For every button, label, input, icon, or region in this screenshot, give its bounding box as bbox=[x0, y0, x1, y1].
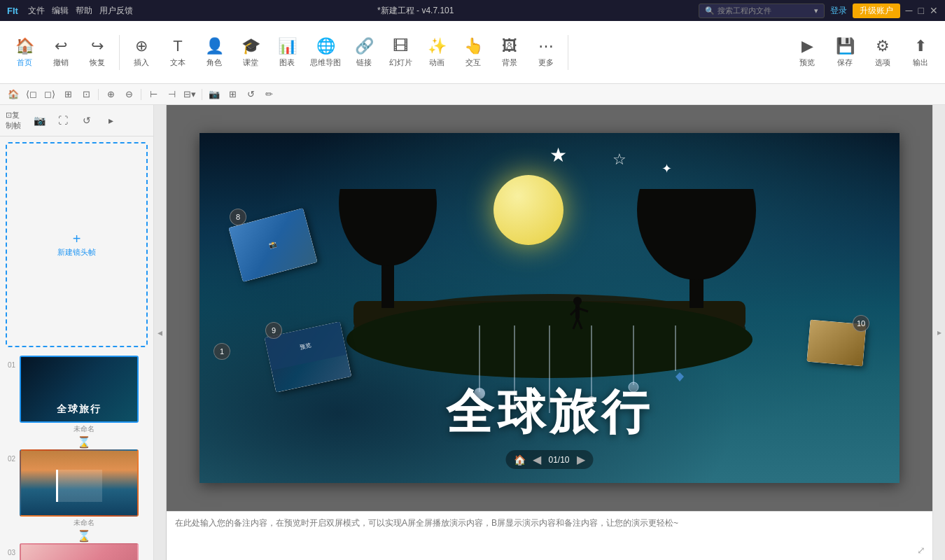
search-placeholder: 搜索工程内文件 bbox=[718, 6, 771, 16]
icon-align-left[interactable]: ⊢ bbox=[146, 87, 161, 102]
slide-num-01: 01 bbox=[6, 361, 15, 369]
icon-edit[interactable]: ✏ bbox=[261, 87, 276, 102]
badge-9: 9 bbox=[265, 322, 282, 339]
nav-prev-button[interactable]: ◀ bbox=[533, 453, 541, 466]
badge-1: 1 bbox=[214, 343, 230, 360]
search-box[interactable]: 🔍 搜索工程内文件 ▾ bbox=[699, 4, 825, 18]
fullscreen-btn[interactable]: ⛶ bbox=[53, 111, 73, 130]
tool-classroom[interactable]: 🎓 课堂 bbox=[233, 28, 268, 77]
slide-01-container: 全球旅行 未命名 bbox=[20, 356, 148, 434]
panel-arrow-btn[interactable]: ▸ bbox=[101, 111, 120, 130]
title-left: FIt 文件 编辑 帮助 用户反馈 bbox=[7, 5, 133, 17]
slide-name-02: 未命名 bbox=[20, 518, 148, 528]
camera-capture-btn[interactable]: 📷 bbox=[29, 111, 49, 130]
app-logo: FIt bbox=[7, 6, 18, 16]
plus-icon: + bbox=[73, 231, 81, 247]
tool-character[interactable]: 👤 角色 bbox=[197, 28, 232, 77]
options-icon: ⚙ bbox=[876, 37, 890, 55]
slide-sep-02: ⌛ bbox=[20, 529, 148, 543]
tool-link[interactable]: 🔗 链接 bbox=[346, 28, 382, 77]
canvas: ★ ☆ ✦ bbox=[167, 105, 932, 511]
export-icon: ⬆ bbox=[914, 37, 927, 55]
notes-expand-icon[interactable]: ⤢ bbox=[917, 545, 925, 556]
close-button[interactable]: ✕ bbox=[930, 5, 938, 16]
slide-main-title: 全球旅行 bbox=[200, 381, 899, 444]
new-frame-label: 新建镜头帧 bbox=[57, 247, 96, 258]
redo-icon: ↪ bbox=[91, 37, 104, 55]
link-icon: 🔗 bbox=[355, 37, 374, 55]
icon-home2[interactable]: 🏠 bbox=[6, 87, 21, 102]
left-collapse-handle[interactable]: ◂ bbox=[154, 105, 167, 560]
refresh-btn[interactable]: ↺ bbox=[77, 111, 97, 130]
nav-home-icon[interactable]: 🏠 bbox=[514, 454, 526, 465]
slide-02-container: 未命名 bbox=[20, 449, 148, 528]
badge-10: 10 bbox=[853, 315, 869, 332]
icon-align-more[interactable]: ⊟▾ bbox=[182, 87, 197, 102]
icon-refresh[interactable]: ↺ bbox=[243, 87, 258, 102]
sep-icon-02: ⌛ bbox=[77, 529, 91, 542]
icon-grid[interactable]: ⊞ bbox=[225, 87, 240, 102]
icon-align-right[interactable]: ⊣ bbox=[164, 87, 179, 102]
left-panel: ⊡复制帧 📷 ⛶ ↺ ▸ + 新建镜头帧 01 全球旅行 bbox=[0, 105, 154, 560]
minimize-button[interactable]: ─ bbox=[906, 5, 913, 16]
menu-edit[interactable]: 编辑 bbox=[52, 5, 69, 17]
maximize-button[interactable]: □ bbox=[918, 5, 924, 16]
toolbar-right: ▶ 预览 💾 保存 ⚙ 选项 ⬆ 输出 bbox=[790, 28, 938, 77]
icon-camera[interactable]: 📷 bbox=[206, 87, 222, 102]
title-menu: 文件 编辑 帮助 用户反馈 bbox=[28, 5, 133, 17]
icon-frame-next[interactable]: ◻⟩ bbox=[42, 87, 57, 102]
notes-textarea[interactable] bbox=[175, 512, 924, 560]
insert-icon: ⊕ bbox=[135, 37, 148, 55]
new-frame-button[interactable]: + 新建镜头帧 bbox=[6, 142, 148, 347]
search-icon: 🔍 bbox=[705, 6, 715, 15]
tool-preview[interactable]: ▶ 预览 bbox=[790, 28, 825, 77]
tool-more[interactable]: ⋯ 更多 bbox=[528, 28, 564, 77]
icon-frame-prev[interactable]: ⟨◻ bbox=[24, 87, 39, 102]
slide-list: 01 全球旅行 未命名 ⌛ 02 bbox=[0, 353, 153, 561]
menu-file[interactable]: 文件 bbox=[28, 5, 45, 17]
slide-num-02: 02 bbox=[6, 455, 15, 463]
tool-undo[interactable]: ↩ 撤销 bbox=[43, 28, 78, 77]
icon-zoom-out[interactable]: ⊖ bbox=[121, 87, 136, 102]
divider-1 bbox=[119, 35, 120, 70]
main-toolbar: 🏠 首页 ↩ 撤销 ↪ 恢复 ⊕ 插入 T 文本 👤 角色 🎓 课堂 📊 图表 … bbox=[0, 21, 945, 84]
menu-help[interactable]: 帮助 bbox=[76, 5, 92, 17]
tool-home[interactable]: 🏠 首页 bbox=[7, 28, 42, 77]
tool-text[interactable]: T 文本 bbox=[160, 28, 195, 77]
card-9-text: 预览 bbox=[300, 341, 312, 351]
menu-feedback[interactable]: 用户反馈 bbox=[99, 5, 133, 17]
tool-options[interactable]: ⚙ 选项 bbox=[865, 28, 900, 77]
login-button[interactable]: 登录 bbox=[830, 5, 847, 17]
tool-save[interactable]: 💾 保存 bbox=[827, 28, 862, 77]
nav-next-button[interactable]: ▶ bbox=[577, 453, 585, 466]
preview-icon: ▶ bbox=[802, 37, 813, 55]
tool-redo[interactable]: ↪ 恢复 bbox=[80, 28, 115, 77]
slide-thumb-03[interactable]: 世界上有很多美丽的国家 bbox=[20, 543, 139, 561]
mindmap-icon: 🌐 bbox=[316, 37, 335, 55]
slide-item-03: 03 世界上有很多美丽的国家 未命名 bbox=[6, 543, 148, 561]
icon-zoom-in[interactable]: ⊕ bbox=[103, 87, 118, 102]
star-1: ★ bbox=[550, 144, 567, 167]
undo-icon: ↩ bbox=[55, 37, 67, 55]
right-collapse-handle[interactable]: ▸ bbox=[932, 105, 945, 560]
slide-num-03: 03 bbox=[6, 549, 15, 556]
tool-export[interactable]: ⬆ 输出 bbox=[903, 28, 938, 77]
tool-interact[interactable]: 👆 交互 bbox=[456, 28, 491, 77]
slide-thumb-01[interactable]: 全球旅行 bbox=[20, 356, 139, 423]
tool-chart[interactable]: 📊 图表 bbox=[270, 28, 304, 77]
tool-animation[interactable]: ✨ 动画 bbox=[419, 28, 454, 77]
slide-thumb-02[interactable] bbox=[20, 449, 139, 517]
tool-mindmap[interactable]: 🌐 思维导图 bbox=[306, 28, 345, 77]
icon-toolbar: 🏠 ⟨◻ ◻⟩ ⊞ ⊡ ⊕ ⊖ ⊢ ⊣ ⊟▾ 📷 ⊞ ↺ ✏ bbox=[0, 84, 945, 105]
tool-slide[interactable]: 🎞 幻灯片 bbox=[383, 28, 418, 77]
copy-frame-btn[interactable]: ⊡复制帧 bbox=[6, 111, 25, 130]
upgrade-button[interactable]: 升级账户 bbox=[853, 4, 900, 18]
save-icon: 💾 bbox=[836, 37, 855, 55]
tool-background[interactable]: 🖼 背景 bbox=[492, 28, 527, 77]
main-area: ⊡复制帧 📷 ⛶ ↺ ▸ + 新建镜头帧 01 全球旅行 bbox=[0, 105, 945, 560]
tool-insert[interactable]: ⊕ 插入 bbox=[124, 28, 159, 77]
svg-point-5 bbox=[637, 189, 756, 280]
slide-canvas: ★ ☆ ✦ bbox=[200, 133, 899, 483]
icon-copy-frame[interactable]: ⊞ bbox=[60, 87, 76, 102]
icon-copy-frame2[interactable]: ⊡ bbox=[78, 87, 94, 102]
